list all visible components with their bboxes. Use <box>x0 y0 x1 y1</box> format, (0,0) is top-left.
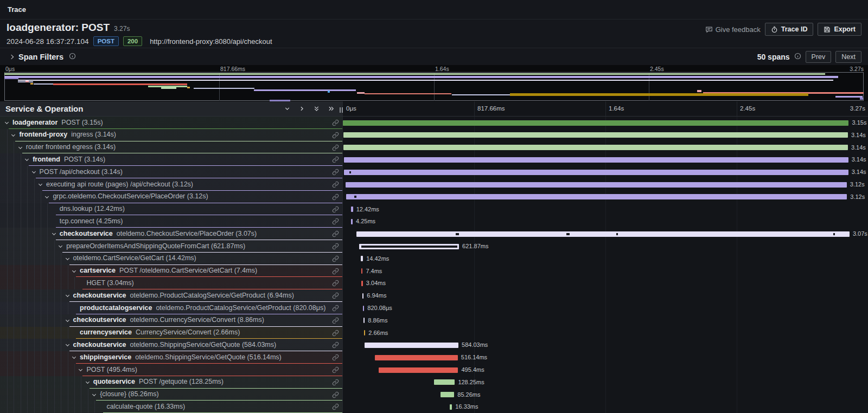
chevron-down-icon[interactable] <box>52 231 56 235</box>
chevron-down-icon[interactable] <box>32 170 36 173</box>
chevron-right-icon[interactable] <box>9 54 14 59</box>
span-timeline-cell[interactable]: 820.08μs <box>343 302 868 314</box>
span-bar[interactable] <box>441 392 454 397</box>
span-row[interactable]: prepareOrderItemsAndShippingQuoteFromCar… <box>0 240 868 253</box>
span-link-icon[interactable] <box>332 279 339 289</box>
chevron-down-icon[interactable] <box>72 355 76 359</box>
span-row[interactable]: checkoutserviceoteldemo.CheckoutService/… <box>0 228 868 240</box>
span-row[interactable]: productcatalogserviceoteldemo.ProductCat… <box>0 302 868 314</box>
span-bar[interactable] <box>356 231 850 237</box>
chevron-down-icon[interactable] <box>59 244 62 248</box>
chevron-down-icon[interactable] <box>66 318 69 322</box>
span-name-cell[interactable]: loadgeneratorPOST (3.15s) <box>0 117 343 129</box>
span-bar[interactable] <box>375 355 458 360</box>
span-timeline-cell[interactable]: 16.33ms <box>343 401 868 413</box>
span-bar[interactable] <box>344 170 848 175</box>
span-link-icon[interactable] <box>332 217 339 227</box>
span-row[interactable]: cartservicePOST /oteldemo.CartService/Ge… <box>0 265 868 278</box>
chevron-down-icon[interactable] <box>39 182 42 186</box>
span-link-icon[interactable] <box>332 329 339 339</box>
span-row[interactable]: dns.lookup (12.42ms)12.42ms <box>0 203 868 216</box>
span-bar[interactable] <box>363 306 365 311</box>
next-button[interactable]: Next <box>835 51 861 63</box>
span-timeline-cell[interactable]: 3.14s <box>343 141 868 154</box>
span-bar[interactable] <box>364 330 366 335</box>
span-row[interactable]: HGET (3.04ms)3.04ms <box>0 277 868 289</box>
span-timeline-cell[interactable]: 3.14s <box>343 153 868 166</box>
chevron-down-icon[interactable] <box>66 293 69 297</box>
chevron-down-icon[interactable] <box>86 380 90 384</box>
span-row[interactable]: POST (495.4ms)495.4ms <box>0 364 868 376</box>
span-timeline-cell[interactable]: 7.4ms <box>343 265 868 278</box>
span-name-cell[interactable]: currencyserviceCurrencyService/Convert (… <box>0 327 343 339</box>
span-link-icon[interactable] <box>332 242 339 252</box>
span-timeline-cell[interactable]: 621.87ms <box>343 240 868 253</box>
span-timeline-cell[interactable]: 6.94ms <box>343 289 868 302</box>
span-name-cell[interactable]: {closure} (85.26ms) <box>0 389 343 401</box>
span-bar[interactable] <box>450 404 452 410</box>
span-name-cell[interactable]: tcp.connect (4.25ms) <box>0 215 343 228</box>
span-row[interactable]: quoteservicePOST /getquote (128.25ms)128… <box>0 376 868 389</box>
span-timeline-cell[interactable]: 3.04ms <box>343 277 868 289</box>
span-name-cell[interactable]: prepareOrderItemsAndShippingQuoteFromCar… <box>0 240 343 253</box>
span-name-cell[interactable]: frontend-proxyingress (3.14s) <box>0 129 343 141</box>
chevron-down-icon[interactable] <box>72 269 76 273</box>
expand-all-icon[interactable] <box>328 105 335 112</box>
span-row[interactable]: router frontend egress (3.14s)3.14s <box>0 141 868 154</box>
chevron-down-icon[interactable] <box>5 120 9 124</box>
span-row[interactable]: calculate-quote (16.33ms)16.33ms <box>0 401 868 413</box>
span-name-cell[interactable]: grpc.oteldemo.CheckoutService/PlaceOrder… <box>0 191 343 203</box>
span-filters-label[interactable]: Span Filters <box>18 53 63 61</box>
span-row[interactable]: currencyserviceCurrencyService/Convert (… <box>0 327 868 339</box>
column-resize-handle[interactable] <box>340 107 343 113</box>
chevron-down-icon[interactable] <box>45 195 49 198</box>
trace-minimap[interactable]: 0μs817.66ms1.64s2.45s3.27s <box>0 65 868 101</box>
span-timeline-cell[interactable]: 516.14ms <box>343 351 868 364</box>
span-name-cell[interactable]: checkoutserviceoteldemo.CheckoutService/… <box>0 228 343 240</box>
span-bar[interactable] <box>351 206 353 212</box>
span-bar[interactable] <box>361 268 363 274</box>
span-bar[interactable] <box>343 132 847 138</box>
trace-id-button[interactable]: Trace ID <box>765 23 814 36</box>
span-link-icon[interactable] <box>332 230 339 240</box>
span-link-icon[interactable] <box>332 366 339 376</box>
span-name-cell[interactable]: dns.lookup (12.42ms) <box>0 203 343 216</box>
span-bar[interactable] <box>346 194 847 199</box>
span-timeline-cell[interactable]: 8.86ms <box>343 314 868 327</box>
span-timeline-cell[interactable]: 584.03ms <box>343 339 868 351</box>
span-timeline-cell[interactable]: 3.14s <box>343 129 868 141</box>
span-row[interactable]: checkoutserviceoteldemo.ShippingService/… <box>0 339 868 351</box>
span-link-icon[interactable] <box>332 144 339 153</box>
chevron-down-icon[interactable] <box>11 133 15 137</box>
span-bar[interactable] <box>359 244 459 249</box>
span-bar[interactable] <box>343 145 847 150</box>
span-row[interactable]: frontend-proxyingress (3.14s)3.14s <box>0 129 868 141</box>
span-row[interactable]: shippingserviceoteldemo.ShippingService/… <box>0 351 868 364</box>
span-bar[interactable] <box>351 219 353 224</box>
span-row[interactable]: grpc.oteldemo.CheckoutService/PlaceOrder… <box>0 191 868 203</box>
span-row[interactable]: {closure} (85.26ms)85.26ms <box>0 389 868 401</box>
span-timeline-cell[interactable]: 3.12s <box>343 191 868 203</box>
expand-one-icon[interactable] <box>298 105 305 112</box>
span-name-cell[interactable]: cartservicePOST /oteldemo.CartService/Ge… <box>0 265 343 278</box>
span-link-icon[interactable] <box>332 403 339 412</box>
chevron-down-icon[interactable] <box>92 392 96 396</box>
span-timeline-cell[interactable]: 495.4ms <box>343 364 868 376</box>
span-timeline-cell[interactable]: 3.15s <box>343 117 868 129</box>
span-name-cell[interactable]: router frontend egress (3.14s) <box>0 141 343 154</box>
span-row[interactable]: checkoutserviceoteldemo.ProductCatalogSe… <box>0 289 868 302</box>
span-name-cell[interactable]: oteldemo.CartService/GetCart (14.42ms) <box>0 253 343 265</box>
span-link-icon[interactable] <box>332 168 339 178</box>
span-link-icon[interactable] <box>332 119 339 128</box>
chevron-down-icon[interactable] <box>66 256 69 260</box>
span-bar[interactable] <box>346 182 846 188</box>
span-name-cell[interactable]: frontendPOST (3.14s) <box>0 153 343 166</box>
span-timeline-cell[interactable]: 14.42ms <box>343 253 868 265</box>
span-link-icon[interactable] <box>332 292 339 301</box>
chevron-down-icon[interactable] <box>18 145 22 149</box>
span-name-cell[interactable]: executing api route (pages) /api/checkou… <box>0 178 343 191</box>
span-timeline-cell[interactable]: 85.26ms <box>343 389 868 401</box>
span-link-icon[interactable] <box>332 255 339 264</box>
span-name-cell[interactable]: checkoutserviceoteldemo.ProductCatalogSe… <box>0 289 343 302</box>
span-bar[interactable] <box>365 343 458 348</box>
